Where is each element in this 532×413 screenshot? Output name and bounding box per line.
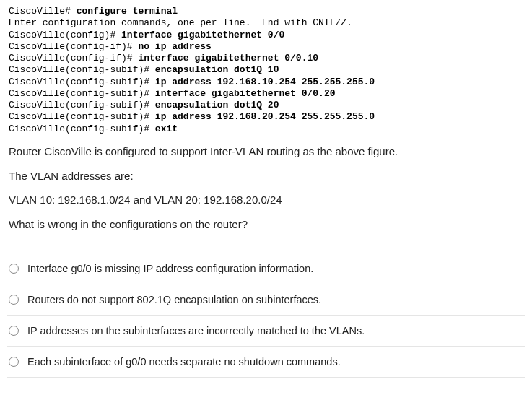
terminal-prompt: CiscoVille(config-subif)# (9, 100, 155, 110)
answer-option[interactable]: Each subinterface of g0/0 needs separate… (7, 347, 525, 378)
terminal-line: CiscoVille(config)# interface gigabiteth… (9, 30, 525, 41)
terminal-line: Enter configuration commands, one per li… (9, 17, 525, 29)
answer-option-label: Interface g0/0 is missing IP address con… (27, 263, 313, 274)
terminal-line: CiscoVille(config-if)# no ip address (9, 41, 525, 53)
answer-option[interactable]: IP addresses on the subinterfaces are in… (7, 316, 525, 347)
terminal-prompt: CiscoVille(config-subif)# (9, 77, 155, 87)
terminal-command: encapsulation dot1Q 10 (155, 64, 279, 75)
terminal-line: CiscoVille(config-if)# interface gigabit… (9, 53, 525, 64)
terminal-command: exit (155, 123, 178, 134)
terminal-prompt: CiscoVille(config-if)# (9, 41, 138, 52)
radio-icon[interactable] (9, 295, 19, 305)
answer-option-label: IP addresses on the subinterfaces are in… (27, 325, 365, 336)
radio-icon[interactable] (9, 264, 19, 274)
terminal-command: interface gigabitethernet 0/0 (121, 30, 284, 40)
terminal-command: interface gigabitethernet 0/0.10 (138, 53, 318, 64)
terminal-output: CiscoVille# configure terminalEnter conf… (9, 6, 525, 135)
terminal-command: ip address 192.168.10.254 255.255.255.0 (155, 77, 375, 87)
terminal-line: CiscoVille(config-subif)# encapsulation … (9, 100, 525, 111)
question-paragraph-4: What is wrong in the configurations on t… (9, 217, 525, 232)
terminal-line: CiscoVille(config-subif)# encapsulation … (9, 64, 525, 76)
radio-icon[interactable] (9, 326, 19, 336)
terminal-prompt: CiscoVille(config)# (9, 30, 121, 40)
terminal-command: ip address 192.168.20.254 255.255.255.0 (155, 111, 375, 122)
radio-icon[interactable] (9, 357, 19, 367)
answer-option[interactable]: Interface g0/0 is missing IP address con… (7, 253, 525, 284)
terminal-prompt: CiscoVille(config-subif)# (9, 64, 155, 75)
answer-options: Interface g0/0 is missing IP address con… (7, 253, 525, 378)
terminal-prompt: CiscoVille# (9, 6, 77, 17)
terminal-prompt: CiscoVille(config-if)# (9, 53, 138, 64)
answer-option[interactable]: Routers do not support 802.1Q encapsulat… (7, 284, 525, 316)
question-paragraph-1: Router CiscoVille is configured to suppo… (9, 144, 525, 160)
terminal-command: configure terminal (77, 6, 178, 17)
terminal-command: encapsulation dot1Q 20 (155, 100, 279, 110)
terminal-command: no ip address (138, 41, 211, 52)
terminal-line: CiscoVille# configure terminal (9, 6, 525, 17)
answer-option-label: Each subinterface of g0/0 needs separate… (27, 356, 341, 368)
terminal-prompt: CiscoVille(config-subif)# (9, 123, 155, 134)
answer-option-label: Routers do not support 802.1Q encapsulat… (27, 294, 321, 305)
question-paragraph-2: The VLAN addresses are: (9, 168, 525, 184)
terminal-line: CiscoVille(config-subif)# interface giga… (9, 88, 525, 100)
terminal-line: CiscoVille(config-subif)# exit (9, 123, 525, 135)
terminal-prompt: CiscoVille(config-subif)# (9, 111, 155, 122)
terminal-line: CiscoVille(config-subif)# ip address 192… (9, 77, 525, 88)
terminal-command: interface gigabitethernet 0/0.20 (155, 88, 336, 99)
question-paragraph-3: VLAN 10: 192.168.1.0/24 and VLAN 20: 192… (9, 192, 525, 208)
terminal-line: CiscoVille(config-subif)# ip address 192… (9, 111, 525, 123)
terminal-prompt: CiscoVille(config-subif)# (9, 88, 155, 99)
